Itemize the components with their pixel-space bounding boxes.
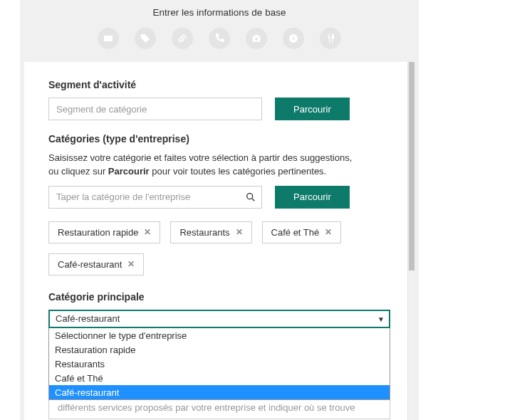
panel-scrollbar[interactable] [407, 62, 414, 420]
dropdown-option[interactable]: Café-restaurant [49, 385, 390, 399]
step-cutlery-icon[interactable] [320, 28, 341, 49]
category-chips: Restauration rapide ✕ Restaurants ✕ Café… [48, 221, 390, 275]
categories-heading: Catégories (type d'entreprise) [48, 133, 390, 145]
chip-label: Café et Thé [271, 227, 320, 238]
dropdown-option[interactable]: Restaurants [49, 357, 390, 371]
step-card-icon[interactable] [98, 28, 119, 49]
main-category-heading: Catégorie principale [48, 291, 390, 303]
svg-rect-0 [104, 36, 113, 41]
chip-item[interactable]: Restauration rapide ✕ [48, 221, 160, 243]
trailing-help-text: différents services proposés par votre e… [48, 400, 390, 419]
category-browse-button[interactable]: Parcourir [275, 186, 350, 209]
chevron-down-icon: ▼ [377, 315, 385, 322]
segment-input[interactable] [48, 98, 262, 120]
chip-remove-icon[interactable]: ✕ [236, 227, 243, 237]
chip-item[interactable]: Café et Thé ✕ [262, 221, 342, 243]
main-category-select[interactable]: Café-restaurant ▼ [48, 310, 390, 328]
chip-label: Restauration rapide [58, 227, 138, 238]
main-category-select-region: Café-restaurant ▼ Sélectionner le type d… [48, 310, 390, 419]
segment-browse-button[interactable]: Parcourir [275, 98, 350, 120]
dropdown-option[interactable]: Restauration rapide [49, 342, 390, 357]
chip-remove-icon[interactable]: ✕ [144, 227, 151, 237]
step-link-icon[interactable] [172, 28, 193, 49]
select-value: Café-restaurant [56, 313, 120, 324]
chip-remove-icon[interactable]: ✕ [127, 259, 135, 269]
category-search-input[interactable] [48, 186, 262, 209]
scroll-thumb[interactable] [409, 62, 414, 271]
segment-heading: Segment d'activité [48, 79, 390, 90]
step-phone-icon[interactable] [209, 28, 230, 49]
form-panel: Segment d'activité Parcourir Catégories … [24, 62, 414, 420]
step-icon-row [20, 22, 419, 62]
chip-item[interactable]: Café-restaurant ✕ [48, 253, 144, 275]
step-clock-icon[interactable] [283, 28, 304, 49]
form-wrapper: Entrer les informations de base Segment … [20, 0, 419, 420]
svg-point-1 [255, 38, 258, 41]
categories-help: Saisissez votre catégorie et faites votr… [48, 152, 355, 179]
chip-label: Restaurants [179, 227, 229, 238]
form-header: Entrer les informations de base [20, 0, 419, 22]
main-category-dropdown[interactable]: Sélectionner le type d'entrepriseRestaur… [48, 328, 390, 400]
chip-remove-icon[interactable]: ✕ [325, 227, 332, 237]
chip-label: Café-restaurant [58, 259, 122, 270]
dropdown-option[interactable]: Sélectionner le type d'entreprise [49, 328, 390, 342]
step-tag-icon[interactable] [135, 28, 156, 49]
header-title: Entrer les informations de base [20, 7, 419, 18]
categories-help-post: pour voir toutes les catégories pertinen… [150, 166, 327, 177]
chip-item[interactable]: Restaurants ✕ [170, 221, 251, 243]
dropdown-option[interactable]: Café et Thé [49, 371, 390, 385]
step-camera-icon[interactable] [246, 28, 267, 49]
categories-help-bold: Parcourir [108, 166, 150, 177]
